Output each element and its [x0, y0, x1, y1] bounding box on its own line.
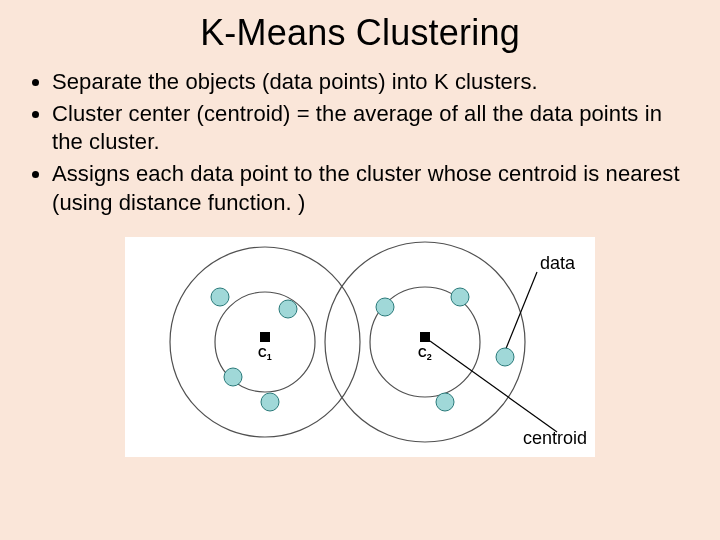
slide-title: K-Means Clustering	[22, 12, 698, 54]
centroid-marker	[260, 332, 270, 342]
data-point	[224, 368, 242, 386]
data-point	[261, 393, 279, 411]
centroid-label: C1	[258, 346, 272, 362]
data-point	[496, 348, 514, 366]
label-centroid: centroid	[523, 428, 587, 448]
slide: K-Means Clustering Separate the objects …	[0, 0, 720, 540]
bullet-item: Separate the objects (data points) into …	[52, 68, 698, 96]
figure-container: C1C2 datacentroid	[22, 237, 698, 457]
data-point	[436, 393, 454, 411]
data-point	[376, 298, 394, 316]
bullet-item: Assigns each data point to the cluster w…	[52, 160, 698, 216]
centroid-label: C2	[418, 346, 432, 362]
data-point	[279, 300, 297, 318]
bullet-item: Cluster center (centroid) = the average …	[52, 100, 698, 156]
kmeans-figure: C1C2 datacentroid	[125, 237, 595, 457]
bullet-list: Separate the objects (data points) into …	[28, 68, 698, 217]
label-data: data	[540, 253, 576, 273]
data-point	[211, 288, 229, 306]
annotation-line	[505, 272, 537, 351]
centroid-marker	[420, 332, 430, 342]
annotation-line	[430, 341, 557, 432]
data-point	[451, 288, 469, 306]
kmeans-svg: C1C2 datacentroid	[125, 237, 595, 457]
